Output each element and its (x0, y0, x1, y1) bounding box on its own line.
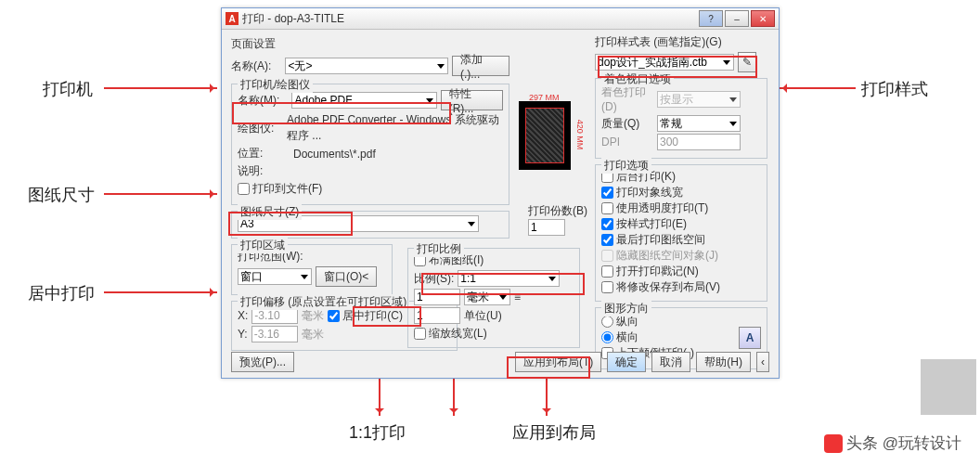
callout-style: 打印样式 (861, 78, 928, 100)
opt-hide: 隐藏图纸空间对象(J) (601, 249, 718, 262)
quality-select[interactable]: 常规 (657, 115, 741, 132)
preview-width: 297 MM (529, 93, 560, 102)
area-heading: 打印区域 (238, 238, 288, 253)
window-pick-button[interactable]: 窗口(O)< (316, 266, 377, 287)
plot-style-edit-button[interactable]: ✎ (738, 52, 756, 72)
print-dialog: A 打印 - dop-A3-TITLE ? – ✕ 页面设置 名称(A): <无… (221, 7, 780, 379)
expand-button[interactable]: ‹ (756, 352, 769, 372)
equals-icon: ≡ (514, 291, 521, 304)
orient-heading: 图形方向 (601, 301, 651, 316)
arrow (780, 87, 856, 89)
scale-lineweight-checkbox[interactable]: 缩放线宽(L) (414, 327, 487, 340)
center-print-checkbox[interactable]: 居中打印(C) (328, 308, 403, 324)
scale-den-input[interactable] (414, 307, 460, 324)
orientation-icon: A (739, 327, 761, 349)
scale-ratio-select[interactable]: 1:1 (458, 270, 560, 287)
print-what-select[interactable]: 窗口 (238, 268, 312, 285)
print-to-file-checkbox[interactable]: 打印到文件(F) (238, 181, 322, 197)
printer-heading: 打印机/绘图仪 (238, 77, 313, 93)
quality-label: 质量(Q) (601, 116, 653, 132)
viewport-heading: 着色视口选项 (601, 71, 674, 87)
driver-label: 绘图仪: (238, 121, 283, 136)
opt-paperspace[interactable]: 最后打印图纸空间 (601, 233, 705, 246)
x-label: X: (238, 309, 248, 322)
arrow (104, 291, 217, 293)
callout-printer: 打印机 (43, 78, 93, 100)
opt-save[interactable]: 将修改保存到布局(V) (601, 280, 720, 293)
apply-to-layout-button[interactable]: 应用到布局(T) (515, 352, 601, 372)
page-setup-name-select[interactable]: <无> (285, 58, 448, 74)
cancel-button[interactable]: 取消 (651, 352, 690, 372)
close-button[interactable]: ✕ (751, 10, 775, 27)
scale-heading: 打印比例 (414, 241, 464, 257)
window-title: 打印 - dop-A3-TITLE (242, 11, 695, 27)
page-setup-heading: 页面设置 (231, 36, 509, 52)
minimize-button[interactable]: – (725, 10, 749, 27)
shade-label: 着色打印(D) (601, 84, 653, 113)
watermark-icon (824, 434, 843, 453)
y-label: Y: (238, 328, 248, 341)
callout-paper: 图纸尺寸 (28, 184, 95, 206)
help-window-button[interactable]: ? (699, 10, 723, 27)
offset-y-input (251, 326, 298, 342)
add-page-setup-button[interactable]: 添加(.)... (452, 56, 509, 76)
preview-height: 420 MM (576, 120, 586, 150)
printer-props-button[interactable]: 特性(R)... (441, 90, 503, 110)
driver-value: Adobe PDF Converter - Windows 系统驱动程序 ... (287, 112, 503, 144)
offset-y-unit: 毫米 (302, 327, 324, 342)
paper-heading: 图纸尺寸(Z) (238, 204, 302, 220)
orient-landscape[interactable]: 横向 (601, 330, 638, 343)
plot-style-select[interactable]: dop设计_实战指南.ctb (595, 54, 734, 71)
dpi-label: DPI (601, 136, 653, 149)
printer-name-label: 名称(M): (238, 93, 288, 109)
offset-heading: 打印偏移 (原点设置在可打印区域) (238, 294, 409, 310)
callout-center: 居中打印 (28, 282, 95, 304)
name-label: 名称(A): (231, 58, 281, 74)
ok-button[interactable]: 确定 (607, 352, 646, 372)
titlebar: A 打印 - dop-A3-TITLE ? – ✕ (222, 8, 779, 30)
orient-portrait[interactable]: 纵向 (601, 315, 638, 328)
opt-styles[interactable]: 按样式打印(E) (601, 217, 687, 230)
arrow (104, 193, 217, 195)
callout-ratio: 1:1打印 (349, 421, 406, 444)
ratio-label: 比例(S): (414, 271, 454, 287)
arrow (546, 377, 548, 416)
opt-lw[interactable]: 打印对象线宽 (601, 186, 683, 199)
printer-name-select[interactable]: Adobe PDF (291, 92, 436, 109)
location-value: Documents\*.pdf (293, 148, 376, 161)
copies-label: 打印份数(B) (528, 203, 587, 219)
scale-den-unit: 单位(U) (464, 308, 502, 324)
help-button[interactable]: 帮助(H) (696, 352, 751, 372)
watermark: 头条 @玩转设计 (824, 433, 961, 454)
copies-input[interactable] (528, 219, 565, 236)
options-heading: 打印选项 (601, 158, 651, 174)
scale-unit-select[interactable]: 毫米 (464, 289, 510, 305)
dpi-input (657, 134, 741, 150)
offset-x-unit: 毫米 (302, 308, 324, 324)
scale-num-input[interactable] (414, 289, 460, 305)
opt-stamp[interactable]: 打开打印戳记(N) (601, 265, 699, 278)
mosaic-blur (921, 359, 976, 415)
shade-select: 按显示 (657, 91, 741, 108)
app-logo-icon: A (226, 12, 239, 25)
callout-apply: 应用到布局 (512, 421, 596, 444)
location-label: 位置: (238, 146, 290, 161)
opt-transp[interactable]: 使用透明度打印(T) (601, 201, 708, 214)
styletable-heading: 打印样式表 (画笔指定)(G) (595, 34, 767, 50)
paper-preview: 297 MM 420 MM (519, 101, 571, 170)
arrow (104, 87, 217, 89)
desc-label: 说明: (238, 163, 290, 179)
preview-button[interactable]: 预览(P)... (231, 352, 294, 372)
